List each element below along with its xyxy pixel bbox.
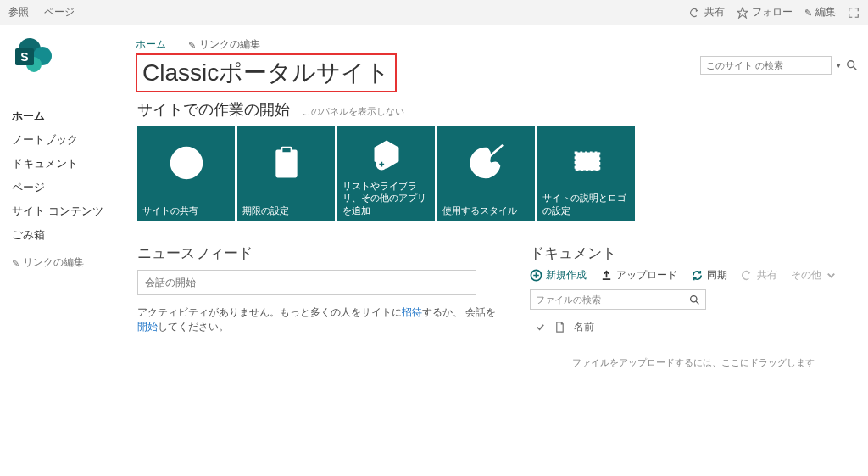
newsfeed-start-link[interactable]: 開始 (137, 321, 158, 333)
search-icon (689, 294, 700, 305)
file-icon (554, 322, 565, 333)
sharepoint-logo-icon: S (10, 37, 59, 73)
doc-sync-button[interactable]: 同期 (691, 268, 727, 283)
chevron-down-icon (825, 269, 837, 282)
get-started-title: サイトでの作業の開始 (137, 99, 290, 120)
image-frame-icon (542, 132, 630, 192)
newsfeed-invite-link[interactable]: 招待 (402, 306, 422, 318)
tile-description-logo[interactable]: サイトの説明とロゴの設定 (537, 126, 635, 221)
ribbon-edit[interactable]: 編集 (804, 5, 836, 20)
documents-toolbar: 新規作成 アップロード 同期 共有 その他 (530, 268, 856, 283)
hexagon-add-icon (342, 132, 430, 180)
focus-icon (848, 7, 860, 19)
header: S ホーム リンクの編集 Classicポータルサイト ▾ (0, 25, 868, 99)
upload-icon (600, 269, 613, 282)
search-icon[interactable] (846, 59, 858, 71)
svg-point-14 (477, 165, 481, 170)
ribbon-browse[interactable]: 参照 (8, 5, 29, 20)
tile-share-site[interactable]: サイトの共有 (137, 126, 235, 221)
get-started-hide[interactable]: このパネルを表示しない (302, 105, 404, 118)
newsfeed-input[interactable] (137, 270, 476, 295)
site-logo[interactable]: S (10, 37, 129, 92)
breadcrumb-home[interactable]: ホーム (136, 37, 166, 52)
star-icon (737, 7, 748, 19)
nav-notebook[interactable]: ノートブック (12, 128, 129, 152)
palette-icon (442, 132, 530, 194)
nav-site-contents[interactable]: サイト コンテンツ (12, 199, 129, 223)
doc-dropzone[interactable]: ファイルをアップロードするには、ここにドラッグします (530, 338, 856, 388)
svg-text:S: S (20, 50, 28, 64)
ribbon-page[interactable]: ページ (44, 5, 75, 20)
svg-point-15 (486, 171, 490, 175)
check-icon[interactable] (535, 322, 546, 333)
site-title: Classicポータルサイト (136, 53, 397, 92)
documents-title: ドキュメント (530, 244, 856, 263)
svg-point-7 (177, 154, 184, 160)
share-icon (741, 269, 754, 282)
doc-upload-button[interactable]: アップロード (600, 268, 677, 283)
svg-point-19 (691, 295, 697, 301)
newsfeed-empty-message: アクティビティがありません。もっと多くの人をサイトに招待するか、 会話を開始して… (137, 305, 504, 334)
share-icon (689, 7, 701, 19)
breadcrumb-edit-links[interactable]: リンクの編集 (188, 37, 260, 52)
ribbon-share[interactable]: 共有 (689, 5, 725, 20)
svg-rect-11 (281, 148, 292, 154)
plus-circle-icon (530, 269, 542, 282)
pencil-icon (804, 7, 812, 19)
left-nav: ホーム ノートブック ドキュメント ページ サイト コンテンツ ごみ箱 リンクの… (0, 99, 129, 388)
site-search-input[interactable] (700, 56, 832, 75)
nav-home[interactable]: ホーム (12, 104, 129, 128)
ribbon-bar: 参照 ページ 共有 フォロー 編集 (0, 0, 868, 25)
svg-point-13 (476, 158, 481, 162)
tile-style[interactable]: 使用するスタイル (437, 126, 535, 221)
doc-search-input[interactable]: ファイルの検索 (530, 289, 706, 310)
nav-documents[interactable]: ドキュメント (12, 152, 129, 176)
tile-add-apps[interactable]: リストやライブラリ、その他のアプリを追加 (337, 126, 435, 221)
tile-deadline[interactable]: 期限の設定 (237, 126, 335, 221)
newsfeed-title: ニュースフィード (137, 244, 504, 263)
svg-point-17 (590, 154, 595, 160)
ribbon-follow[interactable]: フォロー (737, 5, 793, 20)
ribbon-focus[interactable] (848, 7, 860, 19)
nav-recycle[interactable]: ごみ箱 (12, 223, 129, 247)
svg-point-5 (848, 60, 854, 67)
col-name[interactable]: 名前 (574, 320, 594, 334)
doc-table-header: 名前 (530, 316, 856, 338)
get-started-tiles: サイトの共有 期限の設定 リストやライブラリ、その他のアプリを追加 使用するスタ… (137, 126, 856, 221)
search-dropdown[interactable]: ▾ (837, 61, 841, 70)
pencil-icon (188, 39, 196, 51)
nav-pages[interactable]: ページ (12, 176, 129, 199)
share-site-icon (142, 132, 230, 194)
sync-icon (691, 269, 704, 282)
doc-new-button[interactable]: 新規作成 (530, 268, 587, 283)
doc-share-button[interactable]: 共有 (741, 268, 777, 283)
nav-edit-links[interactable]: リンクの編集 (12, 255, 129, 270)
doc-more-button[interactable]: その他 (791, 268, 837, 283)
clipboard-check-icon (242, 132, 330, 194)
pencil-icon (12, 257, 19, 269)
